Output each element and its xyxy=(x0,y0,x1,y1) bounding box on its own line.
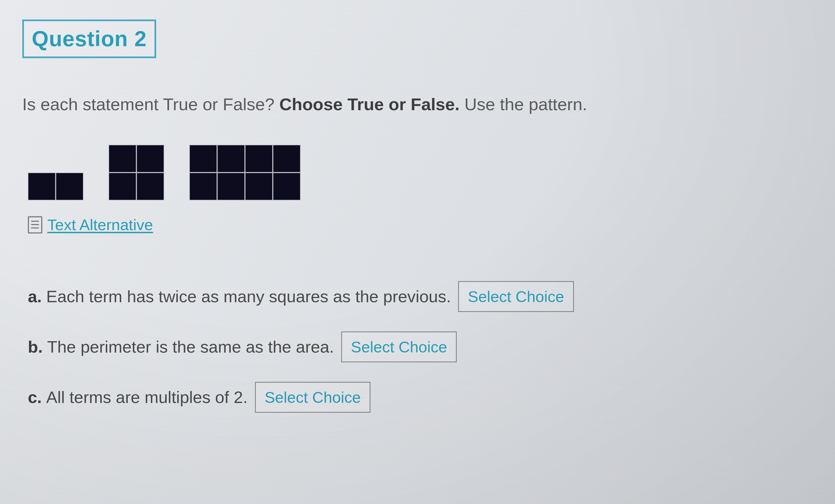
question-prompt: Is each statement True or False? Choose … xyxy=(22,94,813,114)
item-text: The perimeter is the same as the area. xyxy=(47,337,334,357)
square xyxy=(189,145,217,173)
item-text: All terms are multiples of 2. xyxy=(46,388,248,407)
prompt-text-pre: Is each statement True or False? xyxy=(22,95,280,114)
select-choice-c[interactable]: Select Choice xyxy=(255,382,371,413)
square xyxy=(217,173,245,200)
square xyxy=(56,173,83,200)
select-choice-b[interactable]: Select Choice xyxy=(341,331,457,362)
item-label: b. xyxy=(28,337,43,357)
statement-list: a. Each term has twice as many squares a… xyxy=(22,281,813,413)
pattern-figure-1 xyxy=(28,173,83,200)
square xyxy=(273,145,301,173)
prompt-text-post: Use the pattern. xyxy=(460,95,587,114)
select-choice-a[interactable]: Select Choice xyxy=(458,281,574,312)
square xyxy=(108,173,136,200)
statement-item-a: a. Each term has twice as many squares a… xyxy=(28,281,813,312)
item-label: c. xyxy=(28,388,42,407)
square xyxy=(189,173,217,200)
text-alternative-link[interactable]: Text Alternative xyxy=(47,216,153,234)
square xyxy=(108,145,136,173)
square xyxy=(245,173,273,200)
pattern-figure-3 xyxy=(189,145,301,200)
square xyxy=(28,173,56,200)
question-container: Question 2 Is each statement True or Fal… xyxy=(0,0,835,413)
pattern-figure-2 xyxy=(108,145,164,200)
square xyxy=(273,173,301,200)
square xyxy=(217,145,245,173)
document-icon xyxy=(28,216,42,234)
item-text: Each term has twice as many squares as t… xyxy=(46,287,451,306)
item-label: a. xyxy=(28,287,42,306)
square xyxy=(136,145,164,173)
text-alternative-row: Text Alternative xyxy=(22,216,813,234)
square xyxy=(136,173,164,200)
pattern-figures xyxy=(22,145,813,200)
statement-item-c: c. All terms are multiples of 2. Select … xyxy=(28,382,813,413)
prompt-text-bold: Choose True or False. xyxy=(280,95,460,114)
question-badge: Question 2 xyxy=(22,19,156,58)
square xyxy=(245,145,273,173)
statement-item-b: b. The perimeter is the same as the area… xyxy=(28,331,813,362)
